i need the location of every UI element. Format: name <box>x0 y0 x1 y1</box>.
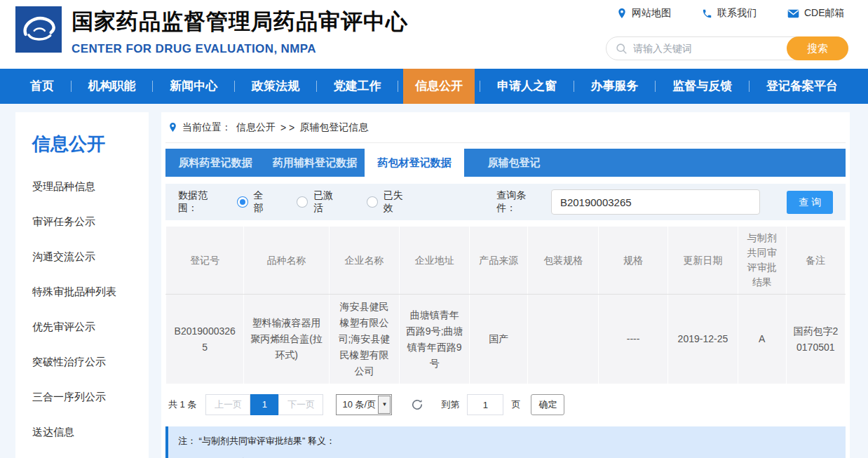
nav-separator <box>152 81 153 92</box>
cde-logo <box>15 6 62 53</box>
col-company-address: 企业地址 <box>400 227 470 295</box>
sidebar-item-priority-review[interactable]: 优先审评公示 <box>32 321 149 334</box>
cell-company-address: 曲塘镇青年西路9号;曲塘镇青年西路9号 <box>400 295 470 384</box>
site-title-en: CENTER FOR DRUG EVALUATION, NMPA <box>72 42 408 56</box>
col-packaging-spec: 包装规格 <box>528 227 599 295</box>
header-quick-links: 网站地图 联系我们 CDE邮箱 <box>617 7 845 20</box>
main-content: 当前位置：信息公开 > > 原辅包登记信息 原料药登记数据 药用辅料登记数据 药… <box>161 112 850 458</box>
cell-update-date: 2019-12-25 <box>668 295 738 384</box>
next-page-button[interactable]: 下一页 <box>278 394 323 415</box>
sidebar-title: 信息公开 <box>32 132 149 156</box>
col-product-origin: 产品来源 <box>470 227 528 295</box>
nav-separator <box>574 81 574 92</box>
current-page-button[interactable]: 1 <box>250 394 278 415</box>
nav-separator <box>655 81 656 92</box>
table-row: B20190003265 塑料输液容器用聚丙烯组合盖(拉环式) 海安县健民橡塑有… <box>166 295 846 384</box>
col-update-date: 更新日期 <box>668 227 738 295</box>
table-header-row: 登记号 品种名称 企业名称 企业地址 产品来源 包装规格 规格 更新日期 与制剂… <box>166 227 846 295</box>
radio-option-all[interactable]: 全部 <box>237 189 273 215</box>
col-company-name: 企业名称 <box>329 227 400 295</box>
confirm-button[interactable]: 确定 <box>531 394 564 415</box>
site-header: 国家药品监督管理局药品审评中心 CENTER FOR DRUG EVALUATI… <box>0 0 868 69</box>
col-variety-name: 品种名称 <box>244 227 329 295</box>
nav-item-services[interactable]: 办事服务 <box>579 69 651 104</box>
cell-packaging-spec <box>528 295 599 384</box>
page-body: 信息公开 受理品种信息 审评任务公示 沟通交流公示 特殊审批品种列表 优先审评公… <box>0 104 868 458</box>
query-button[interactable]: 查 询 <box>787 191 833 214</box>
sidebar-item-communication[interactable]: 沟通交流公示 <box>32 250 149 264</box>
sidebar-item-three-in-one[interactable]: 三合一序列公示 <box>32 391 149 404</box>
contact-link[interactable]: 联系我们 <box>702 7 757 20</box>
mail-icon <box>787 9 799 18</box>
chevron-down-icon: ▼ <box>378 396 391 414</box>
sidebar-item-accepted-varieties[interactable]: 受理品种信息 <box>32 180 149 194</box>
cell-company-name: 海安县健民橡塑有限公司;海安县健民橡塑有限公司 <box>329 295 400 384</box>
nav-item-party[interactable]: 党建工作 <box>322 69 393 104</box>
radio-option-activated[interactable]: 已激活 <box>297 189 343 215</box>
results-table-wrap: 登记号 品种名称 企业名称 企业地址 产品来源 包装规格 规格 更新日期 与制剂… <box>165 226 846 384</box>
col-registration-no: 登记号 <box>166 227 244 295</box>
col-remarks: 备注 <box>786 227 845 295</box>
data-tabs: 原料药登记数据 药用辅料登记数据 药包材登记数据 原辅包登记 <box>165 149 846 177</box>
phone-icon <box>702 8 712 19</box>
sidebar-item-special-approval[interactable]: 特殊审批品种列表 <box>32 285 149 299</box>
tab-apiexcipientpackaging-registration[interactable]: 原辅包登记 <box>464 149 564 177</box>
cell-registration-no: B20190003265 <box>166 295 244 384</box>
radio-activated-label: 已激活 <box>313 189 343 215</box>
note-header-row: 符号 代表含义 <box>178 454 836 458</box>
nav-item-functions[interactable]: 机构职能 <box>76 69 148 104</box>
col-spec: 规格 <box>599 227 668 295</box>
sitemap-label: 网站地图 <box>632 7 671 20</box>
col-joint-review-result: 与制剂共同审评审批结果 <box>738 227 786 295</box>
radio-all-label: 全部 <box>254 189 273 215</box>
goto-page-input[interactable] <box>467 394 503 415</box>
radio-option-expired[interactable]: 已失效 <box>367 189 413 215</box>
sidebar-item-breakthrough-therapy[interactable]: 突破性治疗公示 <box>32 356 149 369</box>
cell-variety-name: 塑料输液容器用聚丙烯组合盖(拉环式) <box>244 295 329 384</box>
breadcrumb: 当前位置：信息公开 > > 原辅包登记信息 <box>165 112 846 143</box>
radio-expired-label: 已失效 <box>384 189 413 215</box>
cell-joint-review-result: A <box>738 295 786 384</box>
query-condition-input[interactable] <box>551 189 761 215</box>
page-size-select[interactable]: 10 条/页 ▼ <box>336 394 392 415</box>
nav-separator <box>480 81 480 92</box>
radio-activated[interactable] <box>297 196 308 208</box>
breadcrumb-current[interactable]: 原辅包登记信息 <box>299 121 368 134</box>
tab-packaging-registration[interactable]: 药包材登记数据 <box>365 149 464 177</box>
nav-item-registration-platform[interactable]: 登记备案平台 <box>754 69 850 104</box>
location-pin-icon <box>617 8 627 19</box>
nav-item-supervision[interactable]: 监督与反馈 <box>660 69 744 104</box>
nav-item-info-disclosure[interactable]: 信息公开 <box>403 69 475 104</box>
breadcrumb-prefix: 当前位置： <box>182 121 231 134</box>
mailbox-label: CDE邮箱 <box>804 7 845 20</box>
tab-excipient-registration[interactable]: 药用辅料登记数据 <box>265 149 365 177</box>
search-input[interactable] <box>633 43 766 54</box>
mailbox-link[interactable]: CDE邮箱 <box>787 7 845 20</box>
cell-product-origin: 国产 <box>470 295 528 384</box>
radio-expired[interactable] <box>367 196 378 208</box>
sidebar-item-review-tasks[interactable]: 审评任务公示 <box>32 215 149 229</box>
tab-api-registration[interactable]: 原料药登记数据 <box>165 149 265 177</box>
nav-item-news[interactable]: 新闻中心 <box>158 69 229 104</box>
search-button[interactable]: 搜索 <box>787 36 848 60</box>
nav-separator <box>749 81 750 92</box>
scope-label: 数据范围： <box>178 189 227 215</box>
breadcrumb-separator: > > <box>280 122 294 133</box>
breadcrumb-section[interactable]: 信息公开 <box>236 121 276 134</box>
sitemap-link[interactable]: 网站地图 <box>617 7 671 20</box>
site-title-cn: 国家药品监督管理局药品审评中心 <box>72 7 408 36</box>
prev-page-button[interactable]: 上一页 <box>205 394 250 415</box>
total-count: 共 1 条 <box>168 398 196 411</box>
sidebar: 信息公开 受理品种信息 审评任务公示 沟通交流公示 特殊审批品种列表 优先审评公… <box>15 112 149 458</box>
radio-all-checked[interactable] <box>237 196 248 208</box>
sidebar-item-delivery-info[interactable]: 送达信息 <box>32 426 149 439</box>
nav-separator <box>234 81 235 92</box>
nav-item-applicant-window[interactable]: 申请人之窗 <box>485 69 569 104</box>
legend-note: 注： “与制剂共同审评审批结果” 释义： 符号 代表含义 A 已批准在上市制剂使… <box>165 426 846 458</box>
nav-item-policy[interactable]: 政策法规 <box>240 69 311 104</box>
note-title: 注： “与制剂共同审评审批结果” 释义： <box>178 435 836 447</box>
nav-item-home[interactable]: 首页 <box>18 69 66 104</box>
refresh-icon[interactable] <box>410 398 424 412</box>
main-nav: 首页 机构职能 新闻中心 政策法规 党建工作 信息公开 申请人之窗 办事服务 监… <box>0 69 868 104</box>
note-symbol-header: 符号 <box>178 454 212 458</box>
